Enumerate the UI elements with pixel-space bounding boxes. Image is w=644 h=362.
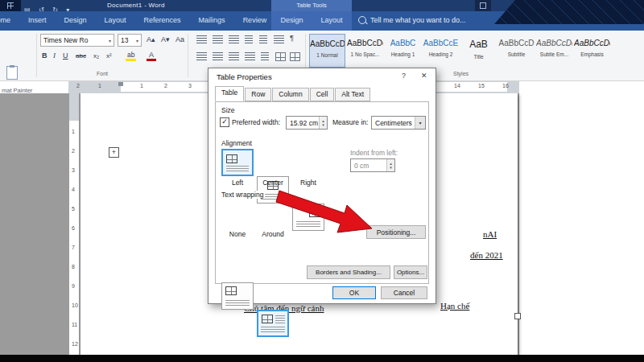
ruler-number: 14 bbox=[454, 83, 460, 88]
app-icon bbox=[0, 0, 21, 11]
ruler-number: 12 bbox=[72, 341, 78, 347]
decorative-corner bbox=[494, 0, 644, 24]
style-normal[interactable]: AaBbCcDc 1 Normal bbox=[309, 34, 345, 68]
mini-lines-icon bbox=[275, 315, 285, 323]
tab-review[interactable]: Review bbox=[234, 11, 276, 31]
table-resize-handle[interactable] bbox=[514, 313, 521, 319]
numbering-icon[interactable] bbox=[213, 35, 223, 43]
font-color-button[interactable]: A bbox=[147, 51, 156, 61]
ruler-number: 5 bbox=[72, 206, 75, 212]
tab-insert[interactable]: Insert bbox=[19, 11, 56, 31]
style-heading2[interactable]: AaBbCcE Heading 2 bbox=[423, 34, 459, 68]
indent-marker[interactable] bbox=[118, 82, 123, 86]
v-ruler[interactable]: 123456789101112 bbox=[69, 93, 79, 355]
dialog-tab-column[interactable]: Column bbox=[272, 88, 308, 101]
shading-icon[interactable] bbox=[275, 52, 286, 61]
align-right-icon[interactable] bbox=[229, 52, 239, 60]
sort-icon[interactable] bbox=[274, 35, 284, 43]
ruler-number: 8 bbox=[72, 264, 75, 269]
ruler-number: 1 bbox=[140, 83, 143, 88]
grow-font-button[interactable]: A▴ bbox=[147, 35, 155, 43]
ruler-number: 10 bbox=[72, 302, 78, 308]
dialog-tab-alttext[interactable]: Alt Text bbox=[335, 88, 370, 101]
pilcrow-icon[interactable]: ¶ bbox=[290, 34, 294, 42]
align-center-icon[interactable] bbox=[213, 52, 223, 60]
tab-table-design[interactable]: Design bbox=[271, 11, 312, 31]
strikethrough-button[interactable]: abc bbox=[76, 52, 86, 60]
table-fragment-developer: nAI bbox=[483, 229, 497, 239]
preferred-width-input[interactable]: 15.92 cm ▴▾ bbox=[286, 116, 328, 130]
help-button[interactable]: ? bbox=[402, 72, 406, 80]
ruler-number: 3 bbox=[188, 83, 192, 88]
font-group-label: Font bbox=[97, 71, 108, 76]
dialog-tab-cell[interactable]: Cell bbox=[310, 88, 335, 101]
style-title[interactable]: AaB Title bbox=[460, 34, 497, 68]
tab-references[interactable]: References bbox=[135, 11, 190, 31]
font-size-select[interactable]: 13 ▾ bbox=[118, 34, 142, 47]
borders-and-shading-button[interactable]: Borders and Shading... bbox=[307, 265, 390, 279]
ruler-number: 2 bbox=[76, 83, 80, 88]
justify-icon[interactable] bbox=[245, 52, 255, 60]
subscript-button[interactable]: x₂ bbox=[93, 52, 99, 60]
dialog-tab-table[interactable]: Table bbox=[215, 86, 244, 101]
multilevel-list-icon[interactable] bbox=[229, 35, 239, 43]
tab-table-layout[interactable]: Layout bbox=[312, 11, 351, 31]
options-button[interactable]: Options... bbox=[394, 265, 427, 279]
style-no-spacing[interactable]: AaBbCcDc 1 No Spac... bbox=[347, 34, 383, 68]
format-painter-label[interactable]: mat Painter bbox=[2, 87, 32, 94]
wrapping-none-label: None bbox=[221, 230, 254, 238]
style-heading1[interactable]: AaBbC Heading 1 bbox=[385, 34, 421, 68]
dialog-tab-row[interactable]: Row bbox=[245, 88, 271, 101]
borders-icon[interactable] bbox=[290, 52, 300, 61]
indent-value: 0 cm bbox=[354, 162, 369, 170]
wrapping-around-option[interactable] bbox=[257, 310, 289, 337]
mini-lines-icon bbox=[261, 327, 285, 332]
tell-me-text: Tell me what you want to do... bbox=[370, 16, 466, 24]
style-subtitle[interactable]: AaBbCcD Subtitle bbox=[498, 34, 535, 68]
indent-from-left-input[interactable]: 0 cm ▴▾ bbox=[350, 158, 395, 172]
ruler-number: 2 bbox=[164, 83, 167, 88]
bullets-icon[interactable] bbox=[196, 35, 207, 43]
shrink-font-button[interactable]: A▾ bbox=[161, 35, 170, 43]
tab-home[interactable]: Home bbox=[0, 11, 19, 31]
align-left-icon[interactable] bbox=[196, 52, 207, 60]
preferred-width-checkbox[interactable]: ✓ bbox=[220, 117, 229, 127]
tell-me-box[interactable]: Tell me what you want to do... bbox=[358, 16, 466, 24]
tab-design[interactable]: Design bbox=[56, 11, 96, 31]
increase-indent-icon[interactable] bbox=[259, 35, 267, 43]
decrease-indent-icon[interactable] bbox=[245, 35, 253, 43]
table-move-handle[interactable]: + bbox=[109, 147, 119, 158]
dropdown-caret-icon: ▾ bbox=[136, 38, 138, 43]
ok-button[interactable]: OK bbox=[332, 286, 376, 299]
window-control-icon[interactable] bbox=[475, 0, 491, 11]
font-name-select[interactable]: Times New Ro ▾ bbox=[40, 34, 114, 47]
line-spacing-icon[interactable] bbox=[261, 52, 269, 60]
tab-layout[interactable]: Layout bbox=[96, 11, 135, 31]
underline-button[interactable]: U bbox=[63, 51, 68, 60]
alignment-heading: Alignment bbox=[220, 139, 254, 147]
bold-button[interactable]: B bbox=[42, 51, 47, 60]
style-emphasis[interactable]: AaBbCcDc Emphasis bbox=[574, 34, 610, 68]
ruler-number: 2 bbox=[72, 148, 75, 154]
superscript-button[interactable]: x² bbox=[106, 52, 112, 60]
spinner-arrows-icon[interactable]: ▴▾ bbox=[319, 117, 327, 129]
style-subtle-emphasis[interactable]: AaBbCcDc Subtle Em... bbox=[536, 34, 572, 68]
alignment-left-option[interactable] bbox=[221, 149, 254, 176]
preferred-width-label: Preferred width: bbox=[232, 118, 280, 126]
spinner-arrows-icon[interactable]: ▴▾ bbox=[386, 159, 394, 171]
tab-mailings[interactable]: Mailings bbox=[190, 11, 234, 31]
italic-button[interactable]: I bbox=[53, 51, 56, 60]
wrapping-none-option[interactable] bbox=[221, 282, 254, 310]
measure-in-select[interactable]: Centimeters ▾ bbox=[371, 116, 426, 130]
text-highlight-button[interactable]: ab bbox=[126, 51, 136, 61]
change-case-button[interactable]: Aa bbox=[175, 35, 184, 43]
styles-group-label: Styles bbox=[453, 71, 469, 76]
text-wrapping-heading: Text wrapping bbox=[220, 191, 265, 199]
mini-table-icon bbox=[225, 286, 237, 295]
ruler-number: 11 bbox=[72, 322, 77, 327]
cancel-button[interactable]: Cancel bbox=[381, 286, 427, 299]
alignment-center-label: Center bbox=[257, 179, 289, 187]
ruler-number: 16 bbox=[502, 83, 509, 88]
ruler-number: 9 bbox=[72, 283, 75, 289]
close-button[interactable]: ✕ bbox=[421, 72, 427, 80]
